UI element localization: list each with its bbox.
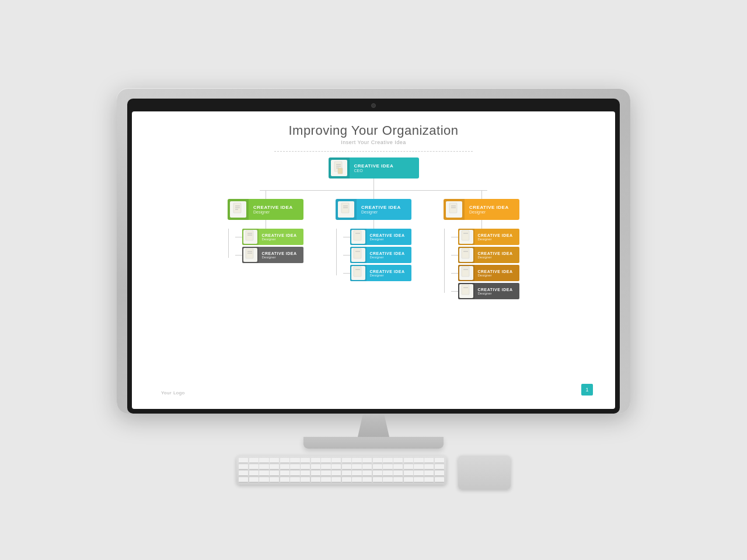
- keyboard-key[interactable]: [424, 471, 434, 476]
- keyboard-key[interactable]: [383, 471, 392, 476]
- keyboard-key[interactable]: [321, 458, 330, 463]
- keyboard-key[interactable]: [373, 471, 382, 476]
- keyboard-key[interactable]: [270, 464, 279, 470]
- keyboard-key[interactable]: [259, 464, 268, 470]
- keyboard-key[interactable]: [404, 471, 413, 476]
- l2-r1-title: CREATIVE IDEA: [478, 251, 516, 256]
- l2-r0-title: CREATIVE IDEA: [478, 233, 516, 237]
- keyboard-key[interactable]: [393, 458, 403, 463]
- keyboard-key[interactable]: [373, 458, 382, 463]
- keyboard-key[interactable]: [435, 477, 444, 482]
- l2-l1-role: Designer: [262, 256, 300, 259]
- keyboard-key[interactable]: [280, 471, 289, 476]
- keyboard-key[interactable]: [393, 471, 403, 476]
- l1-center-role: Designer: [361, 210, 407, 214]
- keyboard-key[interactable]: [270, 471, 279, 476]
- keyboard-key[interactable]: [301, 477, 310, 482]
- branch-right: CREATIVE IDEA Designer: [444, 190, 519, 299]
- keyboard-key[interactable]: [424, 458, 434, 463]
- keyboard-key[interactable]: [290, 477, 299, 482]
- keyboard-key[interactable]: [404, 464, 413, 470]
- keyboard-key[interactable]: [352, 477, 361, 482]
- keyboard-key[interactable]: [280, 458, 289, 463]
- keyboard-key[interactable]: [414, 477, 423, 482]
- keyboard-key[interactable]: [404, 477, 413, 482]
- keyboard-key[interactable]: [249, 458, 259, 463]
- keyboard-key[interactable]: [404, 458, 413, 463]
- keyboard-key[interactable]: [259, 458, 268, 463]
- keyboard-key[interactable]: [321, 464, 330, 470]
- keyboard-key[interactable]: [383, 477, 392, 482]
- svg-rect-33: [462, 285, 469, 295]
- keyboard-key[interactable]: [280, 477, 289, 482]
- keyboard-key[interactable]: [342, 471, 351, 476]
- l2-r0-role: Designer: [478, 237, 516, 241]
- l2-c0-title: CREATIVE IDEA: [370, 233, 408, 237]
- keyboard-key[interactable]: [270, 477, 279, 482]
- keyboard-key[interactable]: [414, 471, 423, 476]
- keyboard-key[interactable]: [249, 477, 259, 482]
- keyboard-key[interactable]: [321, 477, 330, 482]
- keyboard-key[interactable]: [373, 464, 382, 470]
- keyboard-key[interactable]: [239, 471, 248, 476]
- keyboard-key[interactable]: [342, 458, 351, 463]
- keyboard-key[interactable]: [414, 464, 423, 470]
- keyboard[interactable]: [236, 456, 446, 485]
- keyboard-key[interactable]: [301, 464, 310, 470]
- keyboard-key[interactable]: [373, 477, 382, 482]
- keyboard-key[interactable]: [239, 458, 248, 463]
- keyboard-key[interactable]: [352, 471, 361, 476]
- l2-right-0: CREATIVE IDEA Designer: [458, 229, 519, 245]
- keyboard-key[interactable]: [301, 471, 310, 476]
- l2-center-0: CREATIVE IDEA Designer: [350, 229, 411, 245]
- l1-node-green: CREATIVE IDEA Designer: [228, 199, 303, 220]
- keyboard-key[interactable]: [362, 464, 372, 470]
- keyboard-key[interactable]: [342, 477, 351, 482]
- keyboard-key[interactable]: [362, 471, 372, 476]
- keyboard-key[interactable]: [311, 458, 320, 463]
- l2-r1-role: Designer: [478, 256, 516, 259]
- keyboard-key[interactable]: [362, 477, 372, 482]
- keyboard-key[interactable]: [239, 477, 248, 482]
- keyboard-key[interactable]: [239, 464, 248, 470]
- dashed-line: [274, 151, 473, 152]
- keyboard-key[interactable]: [383, 458, 392, 463]
- keyboard-key[interactable]: [249, 471, 259, 476]
- keyboard-key[interactable]: [424, 477, 434, 482]
- keyboard-key[interactable]: [362, 458, 372, 463]
- keyboard-key[interactable]: [393, 464, 403, 470]
- keyboard-key[interactable]: [352, 458, 361, 463]
- keyboard-key[interactable]: [435, 471, 444, 476]
- keyboard-key[interactable]: [259, 477, 268, 482]
- keyboard-key[interactable]: [383, 464, 392, 470]
- l2-r3-role: Designer: [478, 292, 516, 295]
- keyboard-key[interactable]: [280, 464, 289, 470]
- keyboard-key[interactable]: [352, 464, 361, 470]
- keyboard-key[interactable]: [342, 464, 351, 470]
- keyboard-key[interactable]: [331, 477, 341, 482]
- keyboard-key[interactable]: [321, 471, 330, 476]
- keyboard-key[interactable]: [424, 464, 434, 470]
- keyboard-key[interactable]: [270, 458, 279, 463]
- keyboard-key[interactable]: [259, 471, 268, 476]
- keyboard-key[interactable]: [331, 464, 341, 470]
- keyboard-key[interactable]: [331, 458, 341, 463]
- keyboard-key[interactable]: [393, 477, 403, 482]
- l1-left-title: CREATIVE IDEA: [253, 205, 299, 210]
- trackpad[interactable]: [458, 456, 511, 489]
- l2-left-0: CREATIVE IDEA Designer: [242, 229, 303, 245]
- keyboard-key[interactable]: [249, 464, 259, 470]
- keyboard-key[interactable]: [290, 471, 299, 476]
- keyboard-key[interactable]: [311, 464, 320, 470]
- keyboard-key[interactable]: [301, 458, 310, 463]
- keyboard-key[interactable]: [435, 458, 444, 463]
- l2-l0-role: Designer: [262, 237, 300, 241]
- keyboard-key[interactable]: [290, 458, 299, 463]
- keyboard-key[interactable]: [435, 464, 444, 470]
- keyboard-key[interactable]: [311, 471, 320, 476]
- keyboard-key[interactable]: [414, 458, 423, 463]
- keyboard-key[interactable]: [290, 464, 299, 470]
- org-chart: CREATIVE IDEA CEO: [149, 158, 598, 400]
- keyboard-key[interactable]: [331, 471, 341, 476]
- keyboard-key[interactable]: [311, 477, 320, 482]
